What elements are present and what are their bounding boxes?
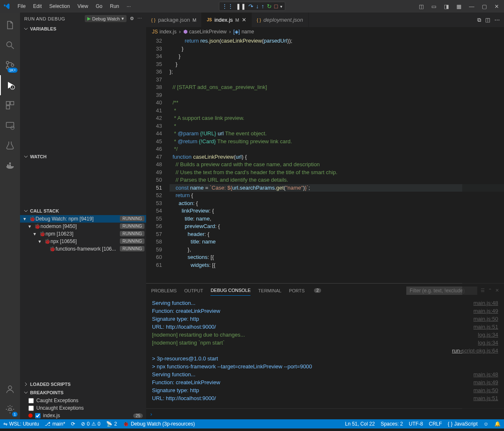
menu-edit[interactable]: Edit: [30, 2, 45, 11]
svg-line-1: [11, 46, 14, 49]
status-badge: RUNNING: [120, 231, 144, 236]
restart-icon[interactable]: ↻: [267, 3, 272, 10]
file-checkbox[interactable]: [35, 413, 41, 418]
step-into-icon[interactable]: ↓: [256, 3, 259, 10]
menu-selection[interactable]: Selection: [46, 2, 73, 11]
testing-icon[interactable]: [0, 135, 20, 155]
ports-indicator[interactable]: 📡2: [106, 421, 117, 427]
breakpoint-uncaught[interactable]: Uncaught Exceptions: [20, 404, 146, 412]
panel-tab-ports[interactable]: PORTS: [289, 286, 305, 296]
encoding[interactable]: UTF-8: [409, 421, 423, 427]
split-icon[interactable]: ◫: [485, 17, 490, 23]
loaded-scripts-header[interactable]: LOADED SCRIPTS: [20, 380, 146, 388]
debug-dropdown-icon[interactable]: ▾: [280, 4, 282, 9]
accounts-icon[interactable]: [0, 379, 20, 399]
debug-console-output[interactable]: Serving function...main.js:48Function: c…: [146, 297, 504, 408]
source-control-icon[interactable]: 1K+: [0, 55, 20, 75]
panel-tab-output[interactable]: OUTPUT: [184, 286, 203, 296]
callstack-row[interactable]: ▾🐞 npm [10623]RUNNING: [20, 230, 146, 238]
panel-tab-debug-console[interactable]: DEBUG CONSOLE: [210, 285, 251, 296]
language-mode[interactable]: { } JavaScript: [448, 421, 477, 427]
callstack-section-header[interactable]: CALL STACK: [20, 207, 146, 215]
cursor-position[interactable]: Ln 51, Col 22: [345, 421, 375, 427]
callstack-label: Debug Watch: npm [9419]: [35, 216, 120, 222]
callstack-row[interactable]: ▾🐞 npx [10656]RUNNING: [20, 238, 146, 245]
svg-rect-8: [10, 101, 14, 105]
compare-icon[interactable]: ⧉: [477, 17, 481, 23]
pause-icon[interactable]: ❚❚: [236, 3, 246, 10]
editor-tab[interactable]: JSindex.jsM✕: [202, 13, 251, 27]
remote-indicator[interactable]: ⇋WSL: Ubuntu: [3, 421, 39, 427]
breakpoint-caught[interactable]: Caught Exceptions: [20, 397, 146, 404]
drag-handle-icon[interactable]: ⋮⋮: [222, 3, 233, 10]
debug-config-selector[interactable]: ▶ Debug Watch ▾: [85, 15, 127, 22]
eol[interactable]: CRLF: [429, 421, 442, 427]
tab-filename: package.json: [158, 17, 190, 23]
status-badge: RUNNING: [120, 216, 144, 221]
console-message: URL: http://localhost:9000/: [152, 394, 474, 402]
uncaught-checkbox[interactable]: [28, 406, 34, 411]
run-debug-sidebar: RUN AND DEBUG ▶ Debug Watch ▾ ⚙ ⋯ VARIAB…: [20, 13, 146, 419]
status-badge: RUNNING: [120, 246, 144, 251]
feedback-icon[interactable]: ☺: [484, 421, 489, 427]
stop-icon[interactable]: □: [274, 3, 278, 10]
maximize-icon[interactable]: ▢: [480, 2, 489, 11]
close-tab-icon[interactable]: ✕: [242, 17, 246, 23]
debug-console-input[interactable]: ›: [146, 408, 504, 419]
caught-checkbox[interactable]: [28, 398, 34, 403]
breadcrumbs[interactable]: JS index.js › ⬢ caseLinkPreview › [◈] na…: [146, 27, 504, 36]
docker-icon[interactable]: [0, 155, 20, 175]
run-debug-icon[interactable]: 1: [0, 75, 20, 95]
close-icon[interactable]: ✕: [493, 2, 501, 11]
callstack-row[interactable]: 🐞 functions-framework [106...RUNNING: [20, 245, 146, 253]
notifications-icon[interactable]: 🔔: [494, 421, 501, 427]
sidebar-title: RUN AND DEBUG: [24, 16, 85, 21]
debug-toolbar: ⋮⋮ ❚❚ ↷ ↓ ↑ ↻ □ ▾: [219, 2, 285, 11]
svg-rect-9: [6, 106, 10, 109]
line-gutter[interactable]: 3233343536373839404142434445464748495051…: [146, 36, 170, 283]
editor-tab[interactable]: { }deployment.json: [252, 13, 309, 27]
editor-tab[interactable]: { }package.jsonM: [146, 13, 202, 27]
panel-tab-problems[interactable]: PROBLEMS: [151, 286, 177, 296]
debug-status[interactable]: 🐞Debug Watch (3p-resources): [123, 421, 195, 427]
more-icon[interactable]: ⋯: [494, 17, 500, 23]
breakpoint-file[interactable]: index.js25: [20, 412, 146, 419]
menu-run[interactable]: Run: [106, 2, 122, 11]
watch-section-header[interactable]: WATCH: [20, 152, 146, 161]
menu-···[interactable]: ···: [123, 2, 134, 11]
panel-toggle-icon[interactable]: ▭: [430, 2, 438, 11]
svg-rect-7: [6, 101, 10, 105]
status-badge: RUNNING: [120, 223, 144, 229]
layout-toggle-icon[interactable]: ◫: [417, 2, 425, 11]
panel-tab-terminal[interactable]: TERMINAL: [258, 286, 281, 296]
extensions-icon[interactable]: [0, 95, 20, 115]
callstack-row[interactable]: ▾🐞 Debug Watch: npm [9419]RUNNING: [20, 215, 146, 223]
step-out-icon[interactable]: ↑: [261, 3, 264, 10]
callstack-section-body: ▾🐞 Debug Watch: npm [9419]RUNNING▾🐞 node…: [20, 215, 146, 261]
console-message: [nodemon] starting `npm start`: [152, 339, 478, 347]
minimize-icon[interactable]: —: [467, 2, 476, 11]
sync-indicator[interactable]: ⟳: [71, 421, 75, 427]
problems-indicator[interactable]: ⊘0 ⚠0: [81, 421, 100, 427]
more-icon[interactable]: ⋯: [137, 16, 142, 21]
menu-file[interactable]: File: [14, 2, 29, 11]
indentation[interactable]: Spaces: 2: [381, 421, 403, 427]
sidebar-right-icon[interactable]: ◨: [442, 2, 451, 11]
gear-icon[interactable]: ⚙: [130, 16, 134, 21]
minimap[interactable]: [462, 36, 504, 419]
step-over-icon[interactable]: ↷: [248, 3, 253, 10]
explorer-icon[interactable]: [0, 15, 20, 35]
search-icon[interactable]: [0, 35, 20, 55]
menu-go[interactable]: Go: [92, 2, 106, 11]
console-message: [152, 347, 452, 355]
code-editor[interactable]: return res.json(caseLinkPreview(parsedUr…: [170, 36, 504, 283]
menu-view[interactable]: View: [74, 2, 91, 11]
chevron-down-icon: ▾: [23, 216, 29, 222]
layout-grid-icon[interactable]: ▦: [455, 2, 463, 11]
breakpoints-header[interactable]: BREAKPOINTS: [20, 388, 146, 397]
branch-indicator[interactable]: ⎇main*: [45, 421, 65, 427]
variables-section-header[interactable]: VARIABLES: [20, 25, 146, 33]
settings-icon[interactable]: 1: [0, 399, 20, 419]
callstack-row[interactable]: ▾🐞 nodemon [9450]RUNNING: [20, 223, 146, 230]
remote-explorer-icon[interactable]: [0, 115, 20, 135]
